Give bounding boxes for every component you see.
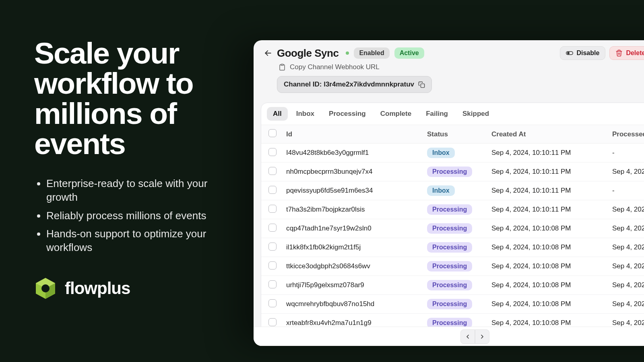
- tab-all[interactable]: All: [267, 107, 288, 121]
- svg-point-6: [568, 52, 570, 54]
- status-badge: Processing: [427, 242, 472, 253]
- status-badge: Inbox: [427, 185, 455, 196]
- status-badge: Processing: [427, 261, 472, 272]
- bullet-item: Hands-on support to optimize your workfl…: [46, 227, 211, 255]
- row-checkbox[interactable]: [268, 205, 277, 213]
- copy-icon: [418, 81, 425, 88]
- cell-id: wqcmrehrybfbqbuv87no15hd: [281, 295, 422, 314]
- table-row[interactable]: cqp47tadh1ne7syr19w2sln0ProcessingSep 4,…: [261, 219, 644, 238]
- table-row[interactable]: il1kk8fx1fb0k2kigm2t1f5jProcessingSep 4,…: [261, 238, 644, 257]
- channel-id-chip[interactable]: Channel ID: l3r4me2x7ikdvdmnnkpratuv: [277, 76, 432, 93]
- row-checkbox[interactable]: [268, 299, 277, 307]
- svg-rect-8: [421, 84, 424, 87]
- active-badge: Active: [394, 47, 424, 59]
- tab-failing[interactable]: Failing: [420, 107, 454, 121]
- prev-page-button[interactable]: [460, 329, 475, 344]
- cell-id: urhtji7l5p9gelxsmz078ar9: [281, 276, 422, 295]
- delete-label: Delete: [626, 49, 644, 57]
- column-header-status[interactable]: Status: [422, 125, 487, 144]
- tab-complete[interactable]: Complete: [374, 107, 417, 121]
- tab-inbox[interactable]: Inbox: [290, 107, 320, 121]
- row-checkbox[interactable]: [268, 148, 277, 156]
- row-checkbox[interactable]: [268, 243, 277, 251]
- cell-processed: -: [607, 181, 644, 200]
- app-window: Google Sync Enabled Active Disable Delet…: [254, 40, 644, 346]
- cell-id: t7ha3s2ibm7bojpkzar0lsis: [281, 200, 422, 219]
- cell-processed: Sep 4, 202: [607, 257, 644, 276]
- cell-processed: Sep 4, 202: [607, 238, 644, 257]
- row-checkbox[interactable]: [268, 167, 277, 175]
- status-badge: Processing: [427, 223, 472, 234]
- trash-icon: [615, 49, 623, 57]
- bullet-item: Reliably process millions of events: [46, 209, 211, 223]
- cell-processed: Sep 4, 202: [607, 219, 644, 238]
- cell-created: Sep 4, 2024, 10:10:08 PM: [487, 295, 607, 314]
- hexagon-icon: [34, 277, 57, 300]
- cell-processed: Sep 4, 202: [607, 295, 644, 314]
- cell-status: Processing: [422, 219, 487, 238]
- cell-status: Processing: [422, 276, 487, 295]
- row-checkbox[interactable]: [268, 186, 277, 194]
- row-checkbox[interactable]: [268, 318, 277, 326]
- copy-webhook-link[interactable]: Copy Channel Webhook URL: [290, 63, 380, 71]
- cell-id: nh0mcpbecprrn3bunqejv7x4: [281, 162, 422, 181]
- status-badge: Processing: [427, 299, 472, 309]
- cell-created: Sep 4, 2024, 10:10:11 PM: [487, 144, 607, 162]
- disable-button[interactable]: Disable: [560, 46, 605, 60]
- column-header-id[interactable]: Id: [281, 125, 422, 144]
- table-row[interactable]: nh0mcpbecprrn3bunqejv7x4ProcessingSep 4,…: [261, 162, 644, 181]
- svg-rect-7: [281, 64, 283, 66]
- table-row[interactable]: ttkicce3odgbph2s0684s6wvProcessingSep 4,…: [261, 257, 644, 276]
- back-arrow-icon[interactable]: [264, 49, 272, 57]
- cell-created: Sep 4, 2024, 10:10:11 PM: [487, 181, 607, 200]
- row-checkbox[interactable]: [268, 280, 277, 288]
- toggle-off-icon: [566, 49, 573, 57]
- status-badge: Processing: [427, 167, 472, 177]
- table-row[interactable]: wqcmrehrybfbqbuv87no15hdProcessingSep 4,…: [261, 295, 644, 314]
- delete-button[interactable]: Delete: [609, 46, 644, 60]
- column-header-processed[interactable]: Processed: [607, 125, 644, 144]
- tab-skipped[interactable]: Skipped: [456, 107, 495, 121]
- cell-status: Processing: [422, 200, 487, 219]
- cell-status: Inbox: [422, 181, 487, 200]
- cell-processed: Sep 4, 202: [607, 162, 644, 181]
- cell-status: Processing: [422, 162, 487, 181]
- cell-created: Sep 4, 2024, 10:10:11 PM: [487, 200, 607, 219]
- cell-id: pqevissyup6fd5se91m6es34: [281, 181, 422, 200]
- status-badge: Processing: [427, 204, 472, 215]
- brand-logo: flowplus: [34, 277, 130, 300]
- cell-processed: Sep 4, 202: [607, 276, 644, 295]
- table-row[interactable]: urhtji7l5p9gelxsmz078ar9ProcessingSep 4,…: [261, 276, 644, 295]
- cell-created: Sep 4, 2024, 10:10:08 PM: [487, 219, 607, 238]
- events-table: Id Status Created At Processed I48vu428t…: [261, 125, 644, 346]
- cell-id: ttkicce3odgbph2s0684s6wv: [281, 257, 422, 276]
- bullet-item: Enterprise-ready to scale with your grow…: [46, 177, 211, 204]
- row-checkbox[interactable]: [268, 261, 277, 269]
- cell-processed: Sep 4, 202: [607, 200, 644, 219]
- cell-created: Sep 4, 2024, 10:10:08 PM: [487, 238, 607, 257]
- status-badge: Processing: [427, 280, 472, 290]
- brand-name: flowplus: [65, 279, 130, 298]
- enabled-badge: Enabled: [354, 47, 389, 59]
- row-checkbox[interactable]: [268, 224, 277, 232]
- cell-created: Sep 4, 2024, 10:10:11 PM: [487, 162, 607, 181]
- status-badge: Inbox: [427, 148, 455, 158]
- cell-processed: -: [607, 144, 644, 162]
- cell-created: Sep 4, 2024, 10:10:08 PM: [487, 276, 607, 295]
- column-header-created[interactable]: Created At: [487, 125, 607, 144]
- clipboard-icon: [279, 64, 286, 71]
- tab-processing[interactable]: Processing: [323, 107, 372, 121]
- table-row[interactable]: I48vu428t8kb6e3y0ggrmlf1InboxSep 4, 2024…: [261, 144, 644, 162]
- disable-label: Disable: [576, 49, 599, 57]
- next-page-button[interactable]: [475, 329, 489, 344]
- marketing-headline: Scale your workflow to millions of event…: [34, 38, 211, 159]
- cell-id: I48vu428t8kb6e3y0ggrmlf1: [281, 144, 422, 162]
- marketing-bullets: Enterprise-ready to scale with your grow…: [34, 177, 211, 255]
- cell-status: Processing: [422, 257, 487, 276]
- table-row[interactable]: pqevissyup6fd5se91m6es34InboxSep 4, 2024…: [261, 181, 644, 200]
- channel-id-text: Channel ID: l3r4me2x7ikdvdmnnkpratuv: [284, 80, 414, 88]
- cell-status: Inbox: [422, 144, 487, 162]
- table-row[interactable]: t7ha3s2ibm7bojpkzar0lsisProcessingSep 4,…: [261, 200, 644, 219]
- select-all-checkbox[interactable]: [268, 129, 277, 137]
- cell-created: Sep 4, 2024, 10:10:08 PM: [487, 257, 607, 276]
